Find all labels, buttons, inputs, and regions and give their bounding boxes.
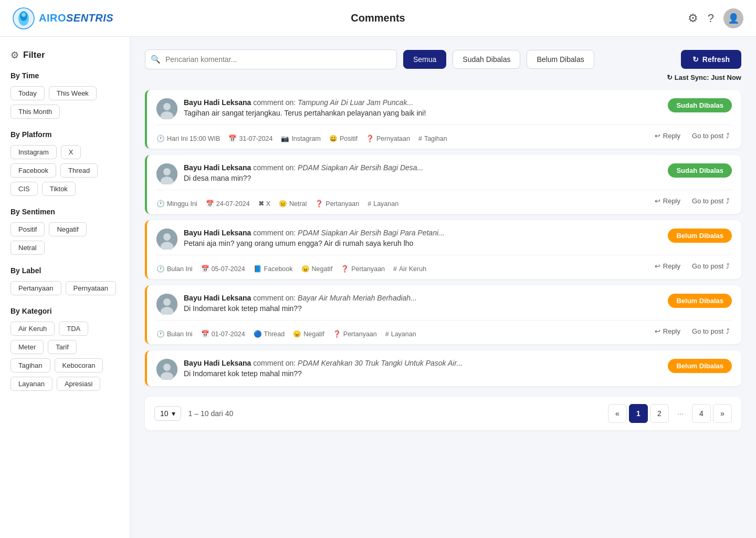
card-author-line: Bayu Hadi Leksana comment on: PDAM Siapk… <box>184 229 662 237</box>
filter-tag-tarif[interactable]: Tarif <box>48 340 77 354</box>
go-to-post-label: Go to post <box>692 197 723 205</box>
filter-tags-kategori: Air Keruh TDA Meter Tarif Tagihan Keboco… <box>10 322 119 391</box>
search-icon: 🔍 <box>151 55 161 64</box>
search-box: 🔍 <box>145 49 397 69</box>
refresh-label: Refresh <box>702 55 730 64</box>
card-top: Bayu Hadi Leksana comment on: Tampung Ai… <box>156 98 732 119</box>
go-to-post-button[interactable]: Go to post ⤴ <box>690 196 732 206</box>
card-author-line: Bayu Hadi Leksana comment on: Tampung Ai… <box>184 98 662 107</box>
reply-label: Reply <box>663 197 680 205</box>
avatar-icon: 👤 <box>728 13 739 24</box>
page-info: 1 – 10 dari 40 <box>188 409 234 418</box>
meta-time: 🕐 Hari Ini 15:00 WIB <box>156 134 220 142</box>
card-actions: ↩ Reply Go to post ⤴ <box>653 196 732 206</box>
filter-tag-air-keruh[interactable]: Air Keruh <box>10 322 55 336</box>
help-button[interactable]: ? <box>708 12 714 25</box>
go-to-post-button[interactable]: Go to post ⤴ <box>690 261 732 271</box>
meta-sentiment: 😐 Netral <box>279 200 307 208</box>
card-actions: ↩ Reply Go to post ⤴ <box>653 261 732 271</box>
meta-date: 📅 01-07-2024 <box>201 330 245 338</box>
per-page-value: 10 <box>160 409 169 418</box>
sync-line: ↻ Last Sync: Just Now <box>145 74 741 81</box>
avatar[interactable]: 👤 <box>723 8 743 28</box>
meta-platform: 📷 Instagram <box>281 134 321 142</box>
meta-sentiment: 😠 Negatif <box>293 330 324 338</box>
filter-tags-time: Today This Week This Month <box>10 86 119 119</box>
user-avatar <box>156 163 177 184</box>
card-body: Bayu Hadi Leksana comment on: Bayar Air … <box>184 294 662 313</box>
reply-button[interactable]: ↩ Reply <box>653 196 682 206</box>
filter-unreplied-button[interactable]: Belum Dibalas <box>527 50 594 69</box>
filter-tag-cis[interactable]: CIS <box>10 182 38 196</box>
reply-button[interactable]: ↩ Reply <box>653 131 682 141</box>
filter-tag-this-week[interactable]: This Week <box>49 86 97 100</box>
label-icon: ❓ <box>333 330 341 338</box>
filter-tag-facebook[interactable]: Facebook <box>10 163 56 178</box>
label-icon: ❓ <box>341 265 349 273</box>
filter-tag-positif[interactable]: Positif <box>10 222 45 236</box>
per-page-select[interactable]: 10 ▾ <box>154 406 181 421</box>
search-input[interactable] <box>145 49 397 69</box>
hash-icon: # <box>393 265 397 273</box>
status-badge: Sudah Dibalas <box>668 163 732 178</box>
filter-tag-pernyataan[interactable]: Pernyataan <box>66 281 117 295</box>
filter-tag-tagihan[interactable]: Tagihan <box>10 358 50 373</box>
filter-all-button[interactable]: Semua <box>403 50 446 69</box>
facebook-icon: 📘 <box>254 265 262 273</box>
user-avatar <box>156 359 177 380</box>
card-bottom: 🕐 Bulan Ini 📅 01-07-2024 🔵 Thread 😠 Nega… <box>156 320 732 338</box>
go-to-post-button[interactable]: Go to post ⤴ <box>690 326 732 336</box>
filter-icon: ⚙ <box>10 49 19 61</box>
comment-author: Bayu Hadi Leksana <box>184 294 251 302</box>
refresh-button[interactable]: ↻ Refresh <box>681 50 741 69</box>
card-body: Bayu Hadi Leksana comment on: Tampung Ai… <box>184 98 662 117</box>
hash-icon: # <box>418 135 422 142</box>
app-header: AIROSENTRIS Comments ⚙ ? 👤 <box>0 0 756 37</box>
filter-tag-today[interactable]: Today <box>10 86 45 100</box>
clock-icon: 🕐 <box>156 330 165 338</box>
filter-tag-thread[interactable]: Thread <box>60 163 98 178</box>
filter-replied-button[interactable]: Sudah Dibalas <box>453 50 520 69</box>
last-page-button[interactable]: » <box>713 404 732 423</box>
page-4-button[interactable]: 4 <box>692 404 711 423</box>
filter-tag-tda[interactable]: TDA <box>59 322 88 336</box>
svg-point-3 <box>22 13 26 17</box>
instagram-icon: 📷 <box>281 134 289 142</box>
filter-tag-meter[interactable]: Meter <box>10 340 44 354</box>
page-2-button[interactable]: 2 <box>650 404 669 423</box>
reply-icon: ↩ <box>655 197 660 205</box>
filter-tag-kebocoran[interactable]: Kebocoran <box>55 358 103 373</box>
filter-tag-netral[interactable]: Netral <box>10 241 45 255</box>
filter-tag-this-month[interactable]: This Month <box>10 105 60 119</box>
filter-tag-negatif[interactable]: Negatif <box>49 222 86 236</box>
filter-tag-apresiasi[interactable]: Apresiasi <box>57 377 100 391</box>
filter-tag-instagram[interactable]: Instagram <box>10 145 57 159</box>
share-icon: ⤴ <box>726 327 730 335</box>
first-page-button[interactable]: « <box>608 404 627 423</box>
page-1-button[interactable]: 1 <box>629 404 648 423</box>
filter-tags-sentimen: Positif Negatif Netral <box>10 222 119 255</box>
reply-button[interactable]: ↩ Reply <box>653 326 682 336</box>
filter-tag-x[interactable]: X <box>61 145 81 159</box>
go-to-post-button[interactable]: Go to post ⤴ <box>690 131 732 141</box>
filter-tag-layanan[interactable]: Layanan <box>10 377 52 391</box>
card-top: Bayu Hadi Leksana comment on: Bayar Air … <box>156 294 732 315</box>
meta-date: 📅 05-07-2024 <box>201 265 245 273</box>
meta-time: 🕐 Bulan Ini <box>156 330 193 338</box>
filter-tag-tiktok[interactable]: Tiktok <box>42 182 76 196</box>
refresh-icon: ↻ <box>692 55 699 64</box>
negatif-icon: 😠 <box>301 265 310 273</box>
card-top: Bayu Hadi Leksana comment on: PDAM Kerah… <box>156 359 732 380</box>
settings-button[interactable]: ⚙ <box>688 12 698 25</box>
card-top: Bayu Hadi Leksana comment on: PDAM Siapk… <box>156 163 732 184</box>
comment-card: Bayu Hadi Leksana comment on: PDAM Siapk… <box>145 155 741 214</box>
filter-section-sentimen-title: By Sentimen <box>10 208 119 216</box>
card-meta: 🕐 Bulan Ini 📅 05-07-2024 📘 Facebook 😠 Ne… <box>156 265 426 273</box>
filter-tag-pertanyaan[interactable]: Pertanyaan <box>10 281 61 295</box>
reply-button[interactable]: ↩ Reply <box>653 261 682 271</box>
sync-time: Just Now <box>711 74 741 81</box>
card-body: Bayu Hadi Leksana comment on: PDAM Kerah… <box>184 359 662 378</box>
card-bottom: 🕐 Hari Ini 15:00 WIB 📅 31-07-2024 📷 Inst… <box>156 125 732 142</box>
go-to-post-label: Go to post <box>692 132 723 140</box>
reply-icon: ↩ <box>655 132 660 140</box>
